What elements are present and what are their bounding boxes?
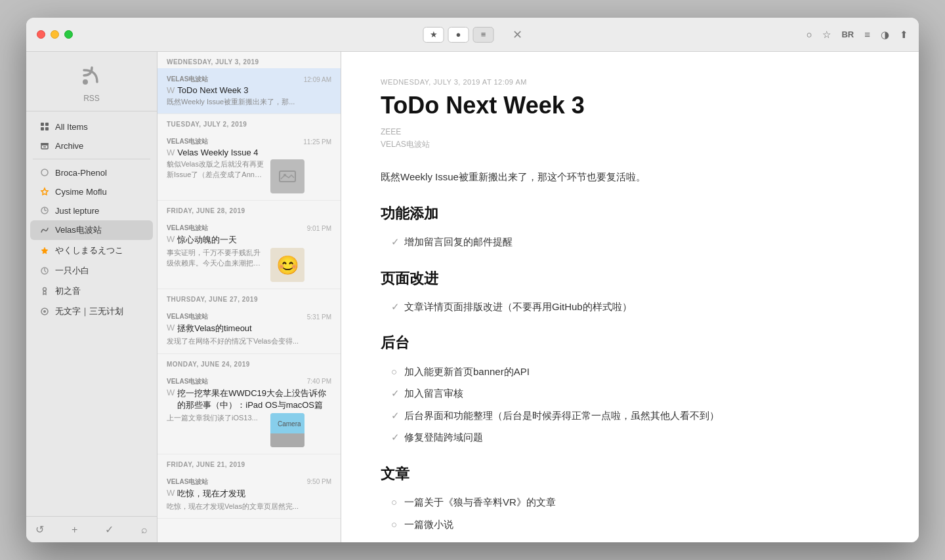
- theme-icon[interactable]: ◑: [881, 29, 889, 41]
- article-item-2-0[interactable]: VELAS电波站 9:01 PM W 惊心动魄的一天 事实证明，千万不要手贱乱升…: [158, 217, 341, 289]
- article-source-4: VELAS电波站: [167, 377, 208, 386]
- sidebar-item-cysime[interactable]: Cysime Moflu: [30, 182, 153, 201]
- article-title-2: W 惊心动魄的一天: [167, 234, 331, 246]
- article-source-3: VELAS电波站: [167, 312, 208, 321]
- minimize-button[interactable]: [51, 30, 59, 39]
- feed-icon-wuwen: [39, 306, 50, 317]
- list-item-2-3: 修复登陆跨域问题: [391, 429, 879, 446]
- article-excerpt-3: 发现了在网络不好的情况下Velas会变得...: [167, 336, 331, 346]
- article-meta-4: VELAS电波站 7:40 PM: [167, 377, 331, 386]
- bookmark-icon[interactable]: ☆: [822, 29, 831, 41]
- article-prefix-2: W: [167, 234, 175, 244]
- article-meta: VELAS电波站 12:09 AM: [167, 75, 331, 84]
- article-excerpt-1: 貌似Velas改版之后就没有再更新Issue了（差点变成了Annual Issu…: [167, 159, 265, 180]
- sidebar-item-lepture[interactable]: Just lepture: [30, 201, 153, 220]
- article-time-3: 5:31 PM: [307, 313, 331, 321]
- svg-rect-2: [45, 123, 49, 126]
- article-item-5-0[interactable]: VELAS电波站 9:50 PM W 吃惊，现在才发现 吃惊，现在才发现Vela…: [158, 471, 341, 519]
- broca-label: Broca-Phenol: [55, 168, 107, 178]
- sidebar-item-yakushimaru[interactable]: やくしまるえつこ: [30, 241, 153, 260]
- svg-point-8: [41, 169, 48, 176]
- list-item-3-1: 一篇微小说: [391, 516, 879, 533]
- svg-marker-9: [41, 188, 48, 195]
- date-header-2: FRIDAY, JUNE 28, 2019: [158, 201, 341, 217]
- article-title-text-3: 拯救Velas的timeout: [177, 323, 251, 334]
- svg-point-17: [43, 288, 47, 291]
- titlebar: ★ ● ≡ ✕ ○ ☆ BR ≡ ◑ ⬆: [26, 18, 919, 52]
- article-item-0-0[interactable]: VELAS电波站 12:09 AM W ToDo Next Week 3 既然W…: [158, 68, 341, 114]
- article-title-text-5: 吃惊，现在才发现: [177, 488, 245, 500]
- sidebar-item-archive[interactable]: Archive: [30, 136, 153, 155]
- sidebar-bottom: ↺ + ✓ ⌕: [26, 516, 157, 542]
- close-toolbar-btn[interactable]: ✕: [513, 28, 522, 42]
- article-source-2: VELAS电波站: [167, 224, 208, 233]
- article-thumb-2: 😊: [270, 248, 304, 282]
- yakushimaru-label: やくしまるえつこ: [55, 245, 123, 256]
- br-label[interactable]: BR: [841, 30, 854, 39]
- svg-rect-4: [45, 127, 49, 130]
- svg-rect-3: [41, 127, 44, 130]
- article-prefix-5: W: [167, 488, 175, 498]
- feed-icon-lepture: [39, 205, 50, 216]
- section-list-0: 增加留言回复的邮件提醒: [381, 233, 879, 250]
- article-title: W ToDo Next Week 3: [167, 85, 331, 95]
- article-content-wrapper: WEDNESDAY, JULY 3, 2019 AT 12:09 AM ToDo…: [341, 52, 919, 542]
- star-toolbar-btn[interactable]: ★: [423, 27, 444, 43]
- archive-label: Archive: [55, 141, 83, 151]
- article-time-2: 9:01 PM: [307, 225, 331, 232]
- sidebar-divider: [33, 159, 150, 159]
- section-heading-1: 页面改进: [381, 266, 879, 290]
- velas-label: Velas电波站: [55, 224, 102, 236]
- sidebar-item-wuwen[interactable]: 无文字｜三无计划: [30, 302, 153, 321]
- list-toolbar-btn[interactable]: ≡: [473, 27, 494, 43]
- article-item-1-0[interactable]: VELAS电波站 11:25 PM W Velas Weekly Issue 4…: [158, 130, 341, 201]
- wuwen-label: 无文字｜三无计划: [55, 306, 123, 317]
- article-title-text-4: 挖一挖苹果在WWDC19大会上没告诉你的那些事（中）：iPad OS与macOS…: [177, 388, 331, 411]
- article-time: 12:09 AM: [304, 76, 331, 83]
- section-list-2: 加入能更新首页banner的API 加入留言审核 后台界面和功能整理（后台是时候…: [381, 363, 879, 446]
- list-item-1-0: 文章详情页面排版改进（不要再用GitHub的样式啦）: [391, 298, 879, 315]
- article-thumb-1: [270, 159, 304, 193]
- rss-label: RSS: [83, 94, 100, 103]
- sidebar-rss-header: RSS: [26, 52, 157, 111]
- date-header-0: WEDNESDAY, JULY 3, 2019: [158, 52, 341, 68]
- article-title-text: ToDo Next Week 3: [177, 85, 248, 95]
- article-prefix-3: W: [167, 323, 175, 332]
- sidebar-item-chuzhi[interactable]: 初之音: [30, 281, 153, 301]
- section-list-1: 文章详情页面排版改进（不要再用GitHub的样式啦）: [381, 298, 879, 315]
- article-source-5: VELAS电波站: [167, 477, 208, 487]
- refresh-icon[interactable]: ↺: [35, 523, 44, 536]
- search-bottom-icon[interactable]: ⌕: [141, 524, 148, 536]
- article-prefix-1: W: [167, 148, 175, 157]
- date-header-3: THURSDAY, JUNE 27, 2019: [158, 289, 341, 306]
- article-author: ZEEE: [381, 127, 879, 136]
- svg-marker-13: [41, 247, 48, 254]
- sidebar-item-velas[interactable]: Velas电波站: [30, 220, 153, 240]
- article-feed: VELAS电波站: [381, 139, 879, 150]
- all-items-label: All Items: [55, 122, 88, 132]
- sidebar-item-all-items[interactable]: All Items: [30, 117, 153, 136]
- share-icon[interactable]: ⬆: [900, 29, 908, 41]
- rss-icon: [80, 64, 104, 92]
- main-content: RSS All Items: [26, 52, 919, 542]
- archive-icon: [39, 140, 50, 151]
- feed-icon-broca: [39, 167, 50, 178]
- format-icon[interactable]: ≡: [864, 29, 870, 40]
- check-icon[interactable]: ✓: [105, 523, 114, 536]
- article-meta-1: VELAS电波站 11:25 PM: [167, 137, 331, 146]
- feed-icon-velas: [39, 225, 50, 235]
- article-title-1: W Velas Weekly Issue 4: [167, 148, 331, 157]
- dot-toolbar-btn[interactable]: ●: [448, 27, 469, 43]
- maximize-button[interactable]: [64, 30, 73, 39]
- date-header-4: MONDAY, JUNE 24, 2019: [158, 354, 341, 370]
- article-body: 既然Weekly Issue被重新搬出来了，那这个环节也要复活啦。 功能添加 增…: [381, 169, 879, 532]
- sidebar-item-yizhi[interactable]: 一只小白: [30, 261, 153, 281]
- section-heading-2: 后台: [381, 330, 879, 355]
- search-icon[interactable]: ○: [806, 29, 812, 40]
- article-item-3-0[interactable]: VELAS电波站 5:31 PM W 拯救Velas的timeout 发现了在网…: [158, 306, 341, 353]
- sidebar-item-broca[interactable]: Broca-Phenol: [30, 163, 153, 182]
- article-item-4-0[interactable]: VELAS电波站 7:40 PM W 挖一挖苹果在WWDC19大会上没告诉你的那…: [158, 370, 341, 454]
- date-header-1: TUESDAY, JULY 2, 2019: [158, 114, 341, 130]
- close-button[interactable]: [37, 30, 45, 39]
- add-icon[interactable]: +: [72, 524, 77, 536]
